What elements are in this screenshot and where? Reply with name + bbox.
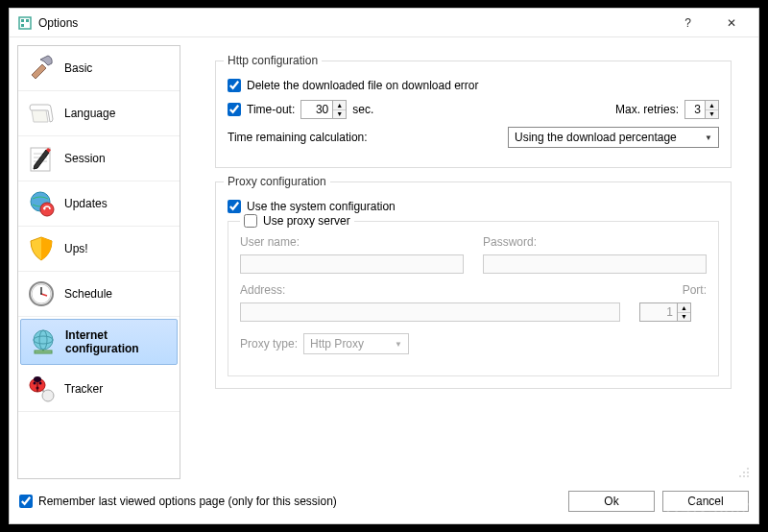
svg-point-14: [40, 293, 42, 295]
spin-down-icon[interactable]: ▼: [706, 110, 718, 119]
checkbox-input[interactable]: [228, 79, 241, 92]
max-retries-label: Max. retries:: [615, 103, 679, 116]
resize-grip-icon[interactable]: [737, 466, 751, 479]
http-configuration-group: Http configuration Delete the downloaded…: [215, 60, 732, 168]
proxy-configuration-group: Proxy configuration Use the system confi…: [215, 181, 732, 389]
chevron-down-icon: ▼: [705, 133, 712, 142]
port-label: Port:: [639, 283, 707, 297]
svg-point-27: [747, 468, 749, 470]
svg-rect-1: [21, 19, 24, 22]
svg-point-31: [743, 475, 745, 477]
network-icon: [29, 326, 58, 357]
sidebar-item-label: Tracker: [64, 382, 103, 396]
sidebar-item-label: Ups!: [64, 242, 88, 255]
help-button[interactable]: ?: [666, 10, 709, 36]
timeout-checkbox[interactable]: Time-out:: [228, 103, 295, 116]
proxy-type-label: Proxy type:: [240, 337, 298, 351]
username-input[interactable]: [240, 254, 464, 274]
sidebar-item-basic[interactable]: Basic: [18, 46, 180, 91]
svg-rect-0: [19, 17, 31, 29]
svg-point-28: [747, 472, 749, 473]
cancel-button[interactable]: Cancel: [662, 491, 749, 512]
sidebar-item-ups[interactable]: Ups!: [18, 227, 180, 272]
port-input[interactable]: [639, 302, 678, 322]
sidebar: Basic Language Session: [17, 45, 180, 479]
svg-point-23: [34, 382, 36, 385]
select-value: Using the download percentage: [515, 131, 677, 144]
sidebar-item-label: Session: [64, 152, 106, 165]
ladybug-icon: [26, 374, 57, 404]
sidebar-item-updates[interactable]: Updates: [18, 181, 180, 227]
checkbox-input[interactable]: [19, 495, 33, 508]
delete-on-error-checkbox[interactable]: Delete the downloaded file on download e…: [228, 79, 719, 92]
spin-down-icon[interactable]: ▼: [333, 110, 346, 119]
close-button[interactable]: ✕: [709, 10, 753, 36]
max-retries-input[interactable]: [684, 100, 706, 119]
checkbox-label: Use proxy server: [263, 214, 350, 228]
sidebar-item-label: Schedule: [64, 287, 112, 301]
timeout-suffix: sec.: [352, 103, 373, 116]
content-area: Basic Language Session: [10, 37, 758, 483]
checkbox-label: Use the system configuration: [247, 200, 396, 213]
clock-icon: [26, 278, 57, 309]
timeout-input[interactable]: [300, 100, 333, 119]
shield-icon: [26, 233, 57, 264]
footer: Remember last viewed options page (only …: [10, 483, 758, 523]
checkbox-label: Remember last viewed options page (only …: [38, 495, 337, 508]
group-title: Http configuration: [224, 54, 322, 67]
password-input[interactable]: [483, 254, 707, 274]
sidebar-item-label: Basic: [64, 61, 92, 75]
port-spinner[interactable]: ▲▼: [639, 302, 707, 322]
sidebar-item-internet-configuration[interactable]: Internet configuration: [20, 319, 178, 365]
svg-point-29: [747, 475, 749, 477]
checkbox-label: Delete the downloaded file on download e…: [247, 79, 479, 92]
svg-rect-3: [21, 24, 24, 27]
sidebar-item-language[interactable]: Language: [18, 91, 180, 136]
hammer-icon: [26, 53, 57, 84]
checkbox-input[interactable]: [228, 103, 241, 116]
svg-point-9: [40, 203, 54, 216]
sidebar-item-label: Internet configuration: [65, 328, 169, 356]
checkbox-label: Time-out:: [247, 103, 295, 116]
trc-label: Time remaining calculation:: [228, 131, 368, 144]
address-label: Address:: [240, 283, 620, 297]
sidebar-item-tracker[interactable]: Tracker: [18, 367, 180, 412]
username-label: User name:: [240, 235, 464, 249]
pen-icon: [26, 143, 57, 174]
checkbox-input[interactable]: [228, 200, 241, 213]
svg-point-32: [739, 475, 741, 477]
sidebar-item-label: Language: [64, 107, 115, 120]
spin-up-icon[interactable]: ▲: [333, 101, 346, 110]
group-title: Proxy configuration: [224, 175, 330, 188]
globe-update-icon: [26, 188, 57, 219]
trc-select[interactable]: Using the download percentage ▼: [508, 127, 719, 148]
use-proxy-checkbox[interactable]: [244, 214, 257, 228]
spin-up-icon[interactable]: ▲: [678, 303, 690, 313]
chevron-down-icon: ▼: [395, 340, 402, 349]
settings-pane: Http configuration Delete the downloaded…: [188, 45, 751, 479]
options-dialog: Options ? ✕ Basic Language: [9, 8, 759, 524]
app-icon: [17, 15, 33, 31]
remember-page-checkbox[interactable]: Remember last viewed options page (only …: [19, 495, 561, 508]
svg-point-24: [39, 382, 42, 385]
max-retries-spinner[interactable]: ▲▼: [684, 100, 719, 119]
spin-down-icon[interactable]: ▼: [678, 313, 690, 322]
titlebar: Options ? ✕: [10, 9, 758, 37]
window-title: Options: [38, 16, 666, 30]
password-label: Password:: [483, 235, 707, 249]
timeout-spinner[interactable]: ▲▼: [300, 100, 347, 119]
scroll-icon: [26, 98, 57, 129]
proxy-type-select[interactable]: Http Proxy ▼: [303, 333, 409, 354]
ok-button[interactable]: Ok: [568, 491, 655, 512]
svg-point-30: [743, 472, 745, 473]
address-input[interactable]: [240, 302, 620, 322]
sidebar-item-session[interactable]: Session: [18, 136, 180, 181]
spin-up-icon[interactable]: ▲: [706, 101, 718, 110]
select-value: Http Proxy: [310, 337, 364, 351]
sidebar-item-label: Updates: [64, 197, 108, 210]
svg-point-26: [34, 376, 41, 382]
sidebar-item-schedule[interactable]: Schedule: [18, 272, 180, 317]
proxy-server-subgroup: Use proxy server User name: Password: Ad…: [228, 221, 719, 376]
svg-rect-2: [26, 19, 29, 22]
use-system-config-checkbox[interactable]: Use the system configuration: [228, 200, 719, 213]
